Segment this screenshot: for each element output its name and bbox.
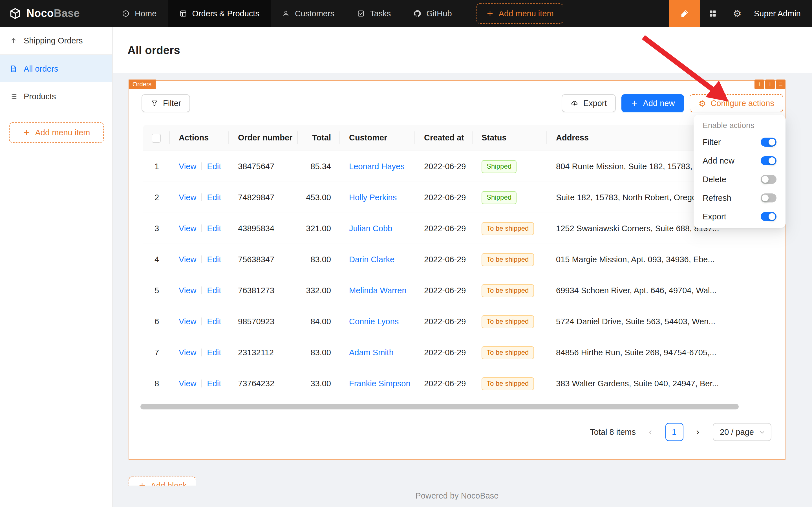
view-link[interactable]: View bbox=[179, 224, 196, 233]
sidebar-add-menu-item-button[interactable]: Add menu item bbox=[9, 122, 104, 143]
plus-icon bbox=[22, 128, 31, 136]
designer-add-icon[interactable]: + bbox=[754, 79, 764, 89]
nav-home[interactable]: Home bbox=[111, 0, 168, 27]
edit-link[interactable]: Edit bbox=[207, 224, 221, 233]
created-at-cell: 2022-06-29 bbox=[415, 255, 472, 264]
column-header-order-number[interactable]: Order number bbox=[229, 133, 298, 142]
customer-link[interactable]: Connie Lyons bbox=[349, 317, 399, 326]
edit-link[interactable]: Edit bbox=[207, 162, 221, 171]
toggle-switch[interactable] bbox=[761, 212, 776, 221]
plugin-manager-button[interactable] bbox=[700, 0, 725, 27]
toggle-switch[interactable] bbox=[761, 156, 776, 165]
page-size-select[interactable]: 20 / page bbox=[712, 423, 771, 441]
action-divider bbox=[201, 348, 202, 356]
order-number-cell: 73764232 bbox=[229, 379, 298, 388]
nav-tasks[interactable]: Tasks bbox=[346, 0, 402, 27]
view-link[interactable]: View bbox=[179, 162, 196, 171]
sidebar-item-all-orders[interactable]: All orders bbox=[0, 55, 112, 82]
user-menu[interactable]: Super Admin bbox=[749, 9, 812, 18]
nav-customers[interactable]: Customers bbox=[271, 0, 346, 27]
nav-label: Customers bbox=[295, 9, 334, 18]
nav-github[interactable]: GitHub bbox=[402, 0, 463, 27]
edit-link[interactable]: Edit bbox=[207, 193, 221, 202]
add-block-clipped: Add block bbox=[128, 476, 196, 486]
sidebar-item-shipping-orders[interactable]: Shipping Orders bbox=[0, 27, 112, 55]
enable-actions-menu-item[interactable]: Delete bbox=[696, 170, 783, 188]
add-new-button[interactable]: Add new bbox=[622, 94, 684, 112]
header-add-menu-item-label: Add menu item bbox=[499, 9, 554, 18]
edit-link[interactable]: Edit bbox=[207, 348, 221, 357]
github-icon bbox=[413, 10, 421, 17]
address-cell: 84856 Hirthe Run, Suite 268, 94754-6705,… bbox=[547, 348, 771, 357]
view-link[interactable]: View bbox=[179, 286, 196, 295]
customer-link[interactable]: Holly Perkins bbox=[349, 193, 397, 202]
row-actions: ViewEdit bbox=[170, 286, 229, 295]
home-icon bbox=[122, 10, 130, 17]
row-actions: ViewEdit bbox=[170, 255, 229, 264]
customer-link[interactable]: Julian Cobb bbox=[349, 224, 392, 233]
created-at-cell: 2022-06-29 bbox=[415, 193, 472, 202]
view-link[interactable]: View bbox=[179, 193, 196, 202]
address-cell: 5724 Daniel Drive, Suite 563, 54403, Wen… bbox=[547, 317, 771, 326]
row-index: 1 bbox=[143, 162, 170, 171]
customer-link[interactable]: Leonard Hayes bbox=[349, 162, 405, 171]
view-link[interactable]: View bbox=[179, 379, 196, 388]
table-body: 1 ViewEdit 38475647 85.34 Leonard Hayes … bbox=[143, 151, 771, 399]
column-header-actions[interactable]: Actions bbox=[170, 133, 229, 142]
brand-logo[interactable]: NocoBase bbox=[0, 0, 111, 27]
column-header-total[interactable]: Total bbox=[298, 133, 340, 142]
tasks-icon bbox=[357, 10, 365, 17]
enable-actions-title: Enable actions bbox=[696, 117, 783, 132]
row-actions: ViewEdit bbox=[170, 224, 229, 233]
page-header: All orders bbox=[113, 27, 812, 73]
settings-button[interactable]: ⚙ bbox=[725, 0, 749, 27]
view-link[interactable]: View bbox=[179, 317, 196, 326]
configure-actions-button[interactable]: ⚙ Configure actions bbox=[689, 94, 783, 112]
action-divider bbox=[201, 193, 202, 201]
toggle-switch[interactable] bbox=[761, 175, 776, 183]
page-1-button[interactable]: 1 bbox=[665, 423, 683, 441]
table-row: 7 ViewEdit 23132112 83.00 Adam Smith 202… bbox=[143, 337, 771, 368]
view-link[interactable]: View bbox=[179, 348, 196, 357]
created-at-cell: 2022-06-29 bbox=[415, 317, 472, 326]
ui-editor-button[interactable] bbox=[669, 0, 700, 27]
filter-button-label: Filter bbox=[163, 99, 181, 108]
customer-link[interactable]: Melinda Warren bbox=[349, 286, 407, 295]
designer-menu-icon[interactable]: ≡ bbox=[776, 79, 786, 89]
scrollbar-thumb[interactable] bbox=[140, 404, 739, 409]
header-add-menu-item-button[interactable]: Add menu item bbox=[477, 3, 563, 24]
column-header-status[interactable]: Status bbox=[472, 133, 547, 142]
enable-actions-menu-item[interactable]: Add new bbox=[696, 151, 783, 170]
view-link[interactable]: View bbox=[179, 255, 196, 264]
filter-button[interactable]: Filter bbox=[141, 94, 190, 112]
toolbar-right: Export Add new ⚙ Configure actions bbox=[562, 94, 783, 112]
edit-link[interactable]: Edit bbox=[207, 255, 221, 264]
orders-table: Actions Order number Total Customer Crea… bbox=[143, 125, 771, 399]
highlighter-icon bbox=[680, 9, 689, 18]
prev-page-button[interactable]: ‹ bbox=[641, 423, 659, 441]
nocobase-logo-icon bbox=[9, 7, 21, 20]
customer-link[interactable]: Darin Clarke bbox=[349, 255, 395, 264]
column-header-created-at[interactable]: Created at bbox=[415, 133, 472, 142]
plus-icon bbox=[631, 99, 639, 107]
switch-knob bbox=[762, 176, 768, 182]
enable-actions-menu-item[interactable]: Refresh bbox=[696, 188, 783, 207]
nav-orders-products[interactable]: Orders & Products bbox=[168, 0, 271, 27]
export-button[interactable]: Export bbox=[562, 94, 616, 112]
add-block-button[interactable]: Add block bbox=[128, 476, 196, 486]
select-all-checkbox[interactable] bbox=[152, 133, 161, 143]
next-page-button[interactable]: › bbox=[689, 423, 707, 441]
toggle-switch[interactable] bbox=[761, 193, 776, 202]
toggle-switch[interactable] bbox=[761, 137, 776, 146]
sidebar-item-products[interactable]: Products bbox=[0, 82, 112, 110]
powered-by-footer: Powered by NocoBase bbox=[128, 491, 786, 500]
customer-link[interactable]: Frankie Simpson bbox=[349, 379, 410, 388]
enable-actions-menu-item[interactable]: Filter bbox=[696, 132, 783, 151]
edit-link[interactable]: Edit bbox=[207, 317, 221, 326]
edit-link[interactable]: Edit bbox=[207, 286, 221, 295]
column-header-customer[interactable]: Customer bbox=[340, 133, 415, 142]
customer-link[interactable]: Adam Smith bbox=[349, 348, 394, 357]
edit-link[interactable]: Edit bbox=[207, 379, 221, 388]
enable-actions-menu-item[interactable]: Export bbox=[696, 207, 783, 226]
designer-add-block-icon[interactable]: + bbox=[765, 79, 775, 89]
